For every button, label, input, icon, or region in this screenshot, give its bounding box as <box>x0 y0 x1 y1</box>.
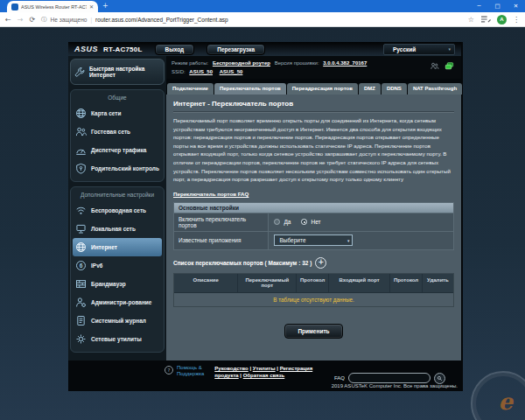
new-tab-button[interactable]: + <box>102 2 108 10</box>
sidebar-section: Дополнительные настройкиБеспроводная сет… <box>70 186 164 353</box>
mode-label: Режим работы: <box>172 60 208 66</box>
help-icon: ? <box>164 366 173 374</box>
page-title: Интернет - Переключатель портов <box>173 100 454 112</box>
main-content: Интернет - Переключатель портов Переключ… <box>166 94 461 360</box>
router-footer: ? Помощь & Поддержка Руководство | Утили… <box>68 360 461 391</box>
ssid-link-2[interactable]: ASUS_50 <box>220 69 243 74</box>
nav-tabs: ПодключениеПереключатель портовПереадрес… <box>166 79 461 94</box>
clients-icon[interactable] <box>430 61 439 71</box>
forward-icon[interactable]: → <box>18 16 24 24</box>
page-background: ASUS RT-AC750L Выход Перезагрузка Русски… <box>0 27 525 420</box>
sidebar-item-label: Интернет <box>91 244 117 251</box>
copyright-text: 2019 ASUSTeK Computer Inc. Все права защ… <box>332 383 458 388</box>
apply-button[interactable]: Применить <box>284 324 342 339</box>
sidebar-item-wan[interactable]: Интернет <box>73 238 162 256</box>
window-minimize-button[interactable]: ─ <box>470 0 488 12</box>
sidebar-item-syslog[interactable]: Системный журнал <box>73 312 162 330</box>
firmware-link[interactable]: 3.0.0.4.382_70167 <box>323 60 367 66</box>
profile-avatar[interactable]: A <box>497 15 507 24</box>
known-apps-select[interactable]: Выберите ▾ <box>274 234 353 246</box>
network-status-icon[interactable] <box>444 61 454 71</box>
sidebar-item-label: Гостевая сеть <box>91 129 130 136</box>
info-icon[interactable]: ⓘ <box>41 16 47 24</box>
svg-text:6: 6 <box>80 262 83 269</box>
tab-переключатель-портов[interactable]: Переключатель портов <box>214 83 286 94</box>
sidebar-item-admin[interactable]: Администри-рование <box>73 293 162 312</box>
reboot-button[interactable]: Перезагрузка <box>206 44 265 55</box>
firmware-label: Версия прошивки: <box>275 60 319 66</box>
radio-no-label[interactable]: Нет <box>311 219 320 225</box>
radio-yes-label[interactable]: Да <box>284 219 290 225</box>
quick-setup-button[interactable]: Быстрая настройка Интернет <box>70 59 164 85</box>
quick-setup-label: Быстрая настройка Интернет <box>89 66 160 78</box>
window-maximize-button[interactable]: □ <box>488 0 507 12</box>
tab-dmz[interactable]: DMZ <box>359 83 381 94</box>
radio-no[interactable] <box>301 219 307 225</box>
tab-ddns[interactable]: DDNS <box>382 83 407 94</box>
faq-link[interactable]: Переключатель портов FAQ <box>173 191 248 197</box>
table-header-cell: Протокол <box>390 274 423 292</box>
window-close-button[interactable]: ✕ <box>507 0 525 12</box>
wrench-icon <box>74 66 86 78</box>
page-description: Переключаемый порт позволяет временно от… <box>173 116 454 184</box>
radio-yes[interactable] <box>274 219 280 225</box>
sidebar-item-label: Администри-рование <box>91 299 151 306</box>
ssid-label: SSID: <box>172 69 186 74</box>
footer-link-1[interactable]: Утилиты <box>253 366 276 371</box>
language-select[interactable]: Русский ▾ <box>383 44 455 55</box>
asus-logo: ASUS <box>74 45 98 53</box>
sidebar-item-label: Сетевые утилиты <box>91 336 142 343</box>
lan-icon <box>75 223 87 234</box>
omnibox[interactable]: ⓘ Не защищено | router.asus.com/Advanced… <box>41 16 228 24</box>
syslog-icon <box>75 315 87 326</box>
watermark-logo: e <box>455 368 525 420</box>
wan-icon <box>75 242 87 253</box>
sidebar-item-firewall[interactable]: Брандмауэр <box>73 275 162 293</box>
reload-icon[interactable]: ⟳ <box>29 16 35 24</box>
screen: ASUS Wireless Router RT-AC750 ✕ + ─ □ ✕ … <box>0 0 525 420</box>
back-icon[interactable]: ← <box>5 16 11 24</box>
tab-переадресация-портов[interactable]: Переадресация портов <box>287 83 358 94</box>
bookmark-star-icon[interactable]: ☆ <box>468 16 474 24</box>
sidebar-item-guest-network[interactable]: Гостевая сеть <box>73 122 162 141</box>
table-header-cell: Входящий порт <box>329 274 390 292</box>
tab-nat-passthrough[interactable]: NAT Passthrough <box>408 83 462 94</box>
chevron-down-icon: ▾ <box>448 46 451 52</box>
url-text: router.asus.com/Advanced_PortTrigger_Con… <box>95 17 228 23</box>
status-band: Режим работы: Беспроводной роутер Версия… <box>166 56 461 79</box>
mode-link[interactable]: Беспроводной роутер <box>213 60 270 66</box>
firewall-icon <box>75 278 87 290</box>
sidebar-item-label: Родительский контроль <box>91 165 159 172</box>
ssid-link-1[interactable]: ASUS_50 <box>189 69 213 74</box>
footer-link-0[interactable]: Руководство <box>214 366 248 371</box>
browser-menu-icon[interactable]: ⋮ <box>513 16 520 24</box>
sidebar-item-network-map[interactable]: Карта сети <box>73 104 162 122</box>
sidebar-item-traffic-manager[interactable]: Диспетчер трафика <box>73 141 162 159</box>
sidebar-item-lan[interactable]: Локальная сеть <box>73 220 162 238</box>
table-header-cell: Переключаемый порт <box>238 274 297 292</box>
tab-подключение[interactable]: Подключение <box>167 83 214 94</box>
table-header-cell: Описание <box>174 274 238 292</box>
sidebar-item-label: Локальная сеть <box>91 226 136 233</box>
tab-close-icon[interactable]: ✕ <box>89 4 94 10</box>
logout-button[interactable]: Выход <box>155 44 195 55</box>
sidebar-item-label: Карта сети <box>91 110 121 117</box>
faq-search-input[interactable] <box>348 373 430 383</box>
footer-link-3[interactable]: Обратная связь <box>243 373 285 378</box>
sidebar-item-label: Системный журнал <box>91 318 146 325</box>
search-icon[interactable] <box>434 373 445 384</box>
trigger-list-title: Список переключаемых портов ( Максимум :… <box>173 260 312 266</box>
guest-network-icon <box>75 126 87 137</box>
security-label: Не защищено <box>51 17 88 23</box>
help-support-link[interactable]: Помощь & Поддержка <box>177 365 204 391</box>
browser-tab[interactable]: ASUS Wireless Router RT-AC750 ✕ <box>7 1 98 12</box>
sidebar-item-network-tools[interactable]: Сетевые утилиты <box>73 330 162 348</box>
add-row-icon[interactable]: + <box>315 257 326 269</box>
sidebar-item-wireless[interactable]: Беспроводная сеть <box>73 201 162 220</box>
reading-list-icon[interactable] <box>480 15 491 24</box>
footer-links: Руководство | Утилиты | Регистрация прод… <box>214 365 324 391</box>
sidebar-item-ipv6[interactable]: 6IPv6 <box>73 256 162 275</box>
admin-icon <box>75 297 87 308</box>
sidebar-item-label: Диспетчер трафика <box>91 147 146 154</box>
sidebar-item-parental-control[interactable]: Родительский контроль <box>73 159 162 178</box>
